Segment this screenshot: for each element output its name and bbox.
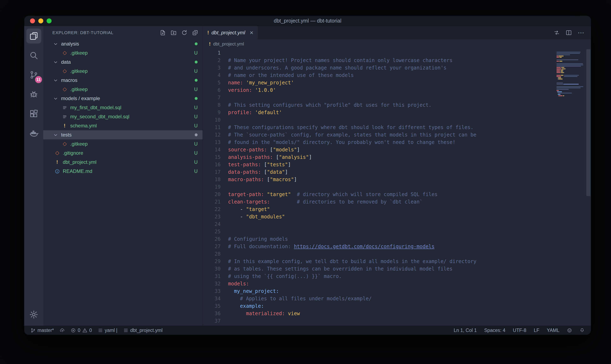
- file-readme-md[interactable]: README.mdU: [43, 167, 203, 176]
- activity-source-control[interactable]: 11: [26, 67, 41, 82]
- vertical-scrollbar[interactable]: [586, 49, 591, 196]
- folder-status-dot: [195, 133, 198, 136]
- traffic-lights: [30, 16, 52, 26]
- language-mode[interactable]: YAML: [547, 328, 559, 333]
- file-my-first-dbt-model-sql[interactable]: my_first_dbt_model.sqlU: [43, 103, 203, 112]
- chevron-down-icon: [52, 41, 59, 47]
- folder-macros[interactable]: macros: [43, 76, 203, 85]
- breadcrumb-label: dbt_project.yml: [213, 41, 244, 47]
- yaml-file-icon: !: [209, 41, 211, 47]
- notifications-bell-icon[interactable]: [580, 328, 585, 333]
- tree-item-label: my_second_dbt_model.sql: [70, 114, 191, 119]
- tree-item-label: data: [61, 59, 192, 65]
- chevron-down-icon: [52, 60, 59, 65]
- git-status-badge: U: [194, 159, 198, 165]
- error-icon: [71, 328, 76, 333]
- file-gitkeep[interactable]: .gitkeepU: [43, 67, 203, 76]
- git-file-icon: [61, 51, 68, 56]
- git-status-badge: U: [194, 105, 198, 110]
- refresh-icon[interactable]: [181, 29, 188, 36]
- tree-item-label: analysis: [61, 41, 192, 47]
- git-status-badge: U: [194, 141, 198, 147]
- cloud-upload-icon: [60, 328, 65, 333]
- new-folder-icon[interactable]: [170, 29, 177, 36]
- activity-extensions[interactable]: [26, 106, 41, 121]
- git-status-badge: U: [194, 114, 198, 119]
- collapse-all-icon[interactable]: [192, 29, 198, 36]
- yaml-language-status[interactable]: yaml |: [98, 328, 117, 333]
- tree-item-label: models / example: [61, 96, 192, 101]
- code-area: 1234567891011121314151617181920212223242…: [203, 49, 591, 326]
- git-status-badge: U: [194, 169, 198, 174]
- publish-button[interactable]: [60, 328, 65, 333]
- activity-explorer[interactable]: [26, 28, 41, 43]
- folder-status-dot: [195, 79, 198, 82]
- git-file-icon: [61, 142, 68, 147]
- tree-item-label: .gitkeep: [70, 141, 191, 147]
- file-my-second-dbt-model-sql[interactable]: my_second_dbt_model.sqlU: [43, 112, 203, 121]
- window-title: dbt_project.yml — dbt-tutorial: [274, 18, 342, 24]
- activity-run-debug[interactable]: [26, 87, 41, 102]
- file-gitkeep[interactable]: .gitkeepU: [43, 48, 203, 57]
- minimize-window-button[interactable]: [38, 18, 43, 23]
- activity-settings[interactable]: [26, 307, 41, 322]
- problems-status[interactable]: 0 0: [71, 328, 92, 333]
- git-file-icon: [61, 87, 68, 92]
- branch-status[interactable]: master*: [30, 328, 54, 333]
- file-schema-yml[interactable]: !schema.ymlU: [43, 121, 203, 130]
- extensions-icon: [29, 109, 38, 118]
- split-editor-icon[interactable]: [566, 30, 572, 36]
- tree-item-label: tests: [61, 132, 192, 138]
- tab-bar: ! dbt_project.yml × ⋯: [203, 26, 591, 39]
- git-file-icon: [61, 69, 68, 74]
- git-status-badge: U: [194, 123, 198, 129]
- minimap[interactable]: [556, 49, 589, 326]
- encoding-status[interactable]: UTF-8: [513, 328, 526, 333]
- tab-dbt-project-yml[interactable]: ! dbt_project.yml ×: [203, 26, 258, 39]
- indentation-status[interactable]: Spaces: 4: [484, 328, 505, 333]
- file-gitignore[interactable]: .gitignoreU: [43, 148, 203, 158]
- sql-file-icon: [61, 114, 68, 119]
- folder-status-dot: [195, 97, 198, 100]
- activity-docker[interactable]: [26, 126, 41, 141]
- tree-item-label: .gitkeep: [70, 50, 191, 56]
- close-window-button[interactable]: [30, 18, 35, 23]
- file-tree: analysis.gitkeepUdata.gitkeepUmacros.git…: [43, 39, 203, 326]
- tab-label: dbt_project.yml: [211, 30, 245, 36]
- zoom-window-button[interactable]: [47, 18, 52, 23]
- file-dbt-project-yml[interactable]: !dbt_project.ymlU: [43, 158, 203, 167]
- tree-item-label: schema.yml: [70, 123, 191, 129]
- editor-group: ! dbt_project.yml × ⋯ ! dbt_project.yml: [203, 26, 591, 326]
- open-changes-icon[interactable]: [554, 30, 560, 36]
- active-file-status[interactable]: dbt_project.yml: [123, 328, 163, 333]
- cursor-position[interactable]: Ln 1, Col 1: [454, 328, 477, 333]
- bug-icon: [29, 90, 38, 99]
- file-gitkeep[interactable]: .gitkeepU: [43, 85, 203, 94]
- feedback-smiley-icon[interactable]: [567, 328, 572, 333]
- breadcrumb[interactable]: ! dbt_project.yml: [203, 39, 591, 49]
- activity-search[interactable]: [26, 48, 41, 63]
- more-actions-icon[interactable]: ⋯: [578, 29, 585, 37]
- new-file-icon[interactable]: [159, 29, 166, 36]
- git-file-icon: [54, 151, 60, 156]
- git-status-badge: U: [194, 50, 198, 56]
- file-gitkeep[interactable]: .gitkeepU: [43, 139, 203, 148]
- git-status-badge: U: [194, 87, 198, 92]
- chevron-down-icon: [52, 132, 59, 138]
- code-content[interactable]: # Name your project! Project names shoul…: [221, 49, 556, 326]
- whale-icon: [29, 129, 38, 138]
- explorer-header: EXPLORER: DBT-TUTORIAL: [43, 26, 203, 39]
- status-bar: master* 0 0 yaml | dbt_project.yml Ln 1,…: [24, 326, 591, 335]
- tree-item-label: .gitkeep: [70, 86, 191, 92]
- tree-item-label: dbt_project.yml: [63, 159, 191, 165]
- folder-models-example[interactable]: models / example: [43, 94, 203, 103]
- folder-tests[interactable]: tests: [43, 130, 203, 139]
- chevron-down-icon: [52, 78, 59, 83]
- vscode-window: dbt_project.yml — dbt-tutorial 11: [24, 16, 591, 335]
- eol-status[interactable]: LF: [534, 328, 539, 333]
- scm-badge: 11: [35, 76, 42, 83]
- folder-data[interactable]: data: [43, 57, 203, 67]
- title-bar: dbt_project.yml — dbt-tutorial: [24, 16, 591, 26]
- folder-analysis[interactable]: analysis: [43, 39, 203, 48]
- tab-close-icon[interactable]: ×: [250, 30, 253, 36]
